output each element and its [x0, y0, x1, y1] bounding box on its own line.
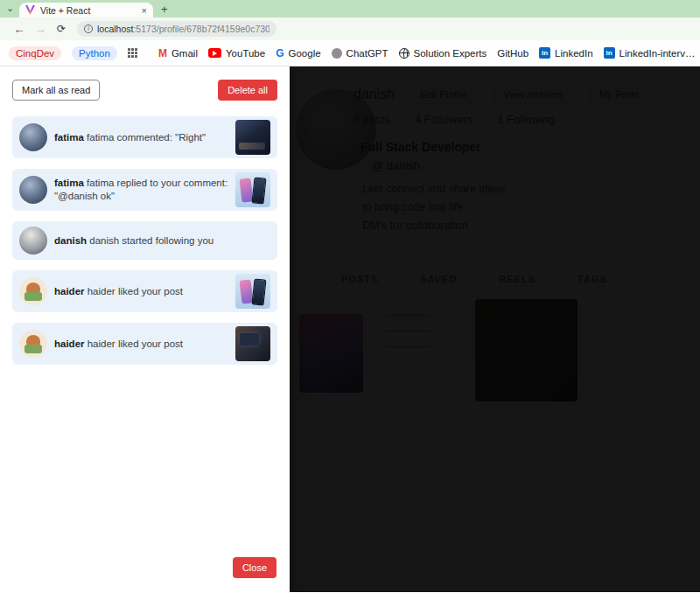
linkedin-icon: in — [539, 47, 550, 59]
notification-message: haider liked your post — [88, 338, 183, 349]
notification-username: haider — [54, 338, 85, 349]
user-avatar — [19, 176, 47, 204]
notification-username: haider — [54, 286, 85, 296]
notification-username: fatima — [54, 132, 84, 143]
bookmark-linkedin[interactable]: inLinkedIn — [539, 47, 592, 59]
bookmark-label: GitHub — [497, 48, 528, 59]
notification-text: danish danish started following you — [47, 234, 276, 248]
bookmark-youtube[interactable]: YouTube — [208, 48, 265, 59]
bookmark-chatgpt[interactable]: ChatGPT — [332, 48, 388, 59]
notification-message: haider liked your post — [88, 286, 183, 296]
bookmark-label: YouTube — [226, 48, 265, 59]
bookmark-label: Gmail — [172, 48, 198, 59]
notification-message: danish started following you — [89, 235, 214, 246]
close-button[interactable]: Close — [233, 557, 276, 578]
apps-grid-icon[interactable] — [128, 48, 137, 58]
bookmark-label: ChatGPT — [346, 48, 388, 59]
bookmark-cinqdev[interactable]: CinqDev — [9, 46, 61, 60]
url-bar[interactable]: i localhost:5173/profile/678b72f4159e0c7… — [77, 21, 276, 37]
tab-strip: ⌄ Vite + React × + — [0, 0, 700, 17]
url-text: localhost:5173/profile/678b72f4159e0c730… — [97, 24, 270, 34]
tab-close-icon[interactable]: × — [142, 5, 147, 16]
post-thumbnail — [235, 172, 270, 207]
notification-list: fatima fatima commented: "Right" fatima … — [12, 116, 277, 365]
user-avatar — [19, 123, 47, 151]
page-content: danish Edit Profile View archives My Pos… — [0, 66, 700, 592]
bookmark-solution-experts[interactable]: Solution Experts — [399, 48, 487, 59]
bookmark-label: LinkedIn-interv… — [620, 48, 696, 59]
notification-message: fatima commented: "Right" — [87, 132, 206, 143]
notification-item[interactable]: haider haider liked your post — [12, 270, 277, 312]
delete-all-button[interactable]: Delete all — [218, 80, 277, 101]
bookmark-label: Google — [289, 48, 321, 59]
url-path: :5173/profile/678b72f4159e0c730a1b5db4 — [133, 24, 270, 34]
new-tab-button[interactable]: + — [161, 3, 168, 16]
notification-item[interactable]: fatima fatima replied to your comment: "… — [12, 169, 277, 211]
bookmark-linkedin-interv[interactable]: inLinkedIn-interv… — [604, 47, 696, 59]
gmail-icon: M — [158, 47, 167, 59]
browser-tab[interactable]: Vite + React × — [19, 3, 153, 17]
browser-window: ⌄ Vite + React × + ← → ⟳ i localhost:517… — [0, 0, 700, 593]
post-thumbnail — [235, 120, 270, 155]
chatgpt-icon — [332, 48, 342, 59]
notifications-header: Mark all as read Delete all — [12, 80, 277, 101]
linkedin-icon: in — [604, 47, 615, 59]
user-avatar — [19, 277, 47, 305]
notification-username: fatima — [54, 178, 84, 188]
reload-icon[interactable]: ⟳ — [51, 23, 72, 35]
site-info-icon[interactable]: i — [84, 24, 93, 33]
bookmark-github[interactable]: GitHub — [497, 48, 528, 59]
bookmark-google[interactable]: GGoogle — [276, 47, 320, 59]
user-avatar — [19, 330, 47, 358]
browser-toolbar: ← → ⟳ i localhost:5173/profile/678b72f41… — [0, 17, 700, 40]
forward-icon: → — [30, 23, 51, 36]
bookmark-python[interactable]: Python — [72, 46, 117, 60]
notification-username: danish — [54, 235, 87, 246]
bookmarks-bar: CinqDev Python MGmail YouTube GGoogle Ch… — [0, 40, 700, 66]
notification-text: haider haider liked your post — [47, 285, 235, 298]
bookmark-label: Solution Experts — [414, 48, 487, 59]
tab-search-chevron-icon[interactable]: ⌄ — [6, 3, 14, 14]
youtube-icon — [208, 48, 221, 58]
notifications-panel: Mark all as read Delete all fatima fatim… — [0, 66, 290, 592]
notification-item[interactable]: danish danish started following you — [12, 221, 277, 260]
mark-all-read-button[interactable]: Mark all as read — [12, 80, 100, 101]
globe-icon — [399, 48, 410, 59]
notification-text: fatima fatima replied to your comment: "… — [47, 177, 235, 203]
tab-title: Vite + React — [40, 5, 136, 16]
notification-item[interactable]: haider haider liked your post — [12, 323, 277, 365]
url-host: localhost — [97, 24, 133, 34]
bookmark-label: LinkedIn — [555, 48, 592, 59]
notification-text: haider haider liked your post — [47, 338, 235, 351]
google-icon: G — [276, 47, 284, 59]
post-thumbnail — [235, 326, 270, 361]
user-avatar — [19, 227, 47, 255]
back-icon[interactable]: ← — [9, 23, 30, 36]
vite-favicon-icon — [25, 5, 35, 15]
notification-item[interactable]: fatima fatima commented: "Right" — [12, 116, 277, 158]
post-thumbnail — [235, 274, 270, 309]
notification-text: fatima fatima commented: "Right" — [47, 131, 235, 144]
bookmark-gmail[interactable]: MGmail — [158, 47, 198, 59]
